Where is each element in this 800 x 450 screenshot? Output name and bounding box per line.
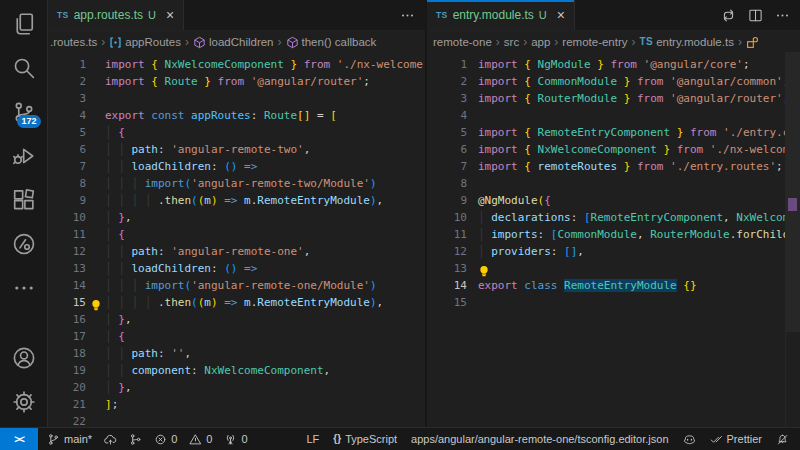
line-number: 13 [427,260,467,277]
code-line[interactable]: 8│ │ │ import('angular-remote-two/Module… [48,175,425,192]
ellipsis-icon[interactable] [400,8,415,23]
activity-item-nx-console[interactable] [0,222,48,266]
status-apps-angular-angular-remote-one-tsconfig-editor-json[interactable]: apps/angular/angular-remote-one/tsconfig… [411,433,668,445]
code-line[interactable]: 22 [48,413,425,428]
code-editor-right[interactable]: 1import { NgModule } from '@angular/core… [427,52,800,428]
lightbulb-icon[interactable] [476,263,491,278]
breadcrumb-item[interactable]: .routes.ts [50,36,97,48]
code-text: │ { [105,124,125,141]
breadcrumb-item[interactable]: then() callback [286,36,377,49]
code-line[interactable]: 8 [427,175,800,192]
code-line[interactable]: 17│ { [48,328,425,345]
status-braces[interactable]: {}TypeScript [333,433,397,445]
radio-tower-icon [224,433,237,446]
code-line[interactable]: 14│ │ │ import('angular-remote-one/Modul… [48,277,425,294]
code-editor-left[interactable]: 1import { NxWelcomeComponent } from './n… [48,52,425,428]
code-line[interactable]: 15 [427,294,800,311]
code-line[interactable]: 12│ │ path: 'angular-remote-one', [48,243,425,260]
code-line[interactable]: 10│ declarations: [RemoteEntryComponent,… [427,209,800,226]
breadcrumb-item[interactable]: src [504,36,519,48]
status-source-control-branch[interactable]: main* [47,433,92,446]
activity-item-ellipsis[interactable] [0,266,48,310]
code-line[interactable]: 6import { NxWelcomeComponent } from './n… [427,141,800,158]
activity-item-search[interactable] [0,46,48,90]
status-radio-tower[interactable]: 0 [224,433,247,446]
breadcrumb-item[interactable]: TSentry.module.ts [640,36,734,48]
tab-entry-module-ts[interactable]: TS entry.module.ts U × [427,0,575,30]
breadcrumb-item[interactable]: remote-one [433,36,492,48]
breadcrumb-item[interactable]: loadChildren [193,36,274,49]
line-number: 4 [427,107,467,124]
status-label: 0 [206,433,212,445]
code-line[interactable]: 11│ { [48,226,425,243]
code-line[interactable]: 3import { RouterModule } from '@angular/… [427,90,800,107]
remote-indicator[interactable]: >< [0,428,38,450]
line-number: 7 [48,158,86,175]
code-line[interactable]: 2import { CommonModule } from '@angular/… [427,73,800,90]
status-cloud-upload[interactable] [104,433,117,446]
activity-item-account[interactable] [0,336,48,380]
code-line[interactable]: 12│ providers: [], [427,243,800,260]
code-line[interactable]: 6│ │ path: 'angular-remote-two', [48,141,425,158]
breadcrumb-item[interactable] [746,36,759,49]
status-error[interactable]: 0 [154,433,177,446]
breadcrumb-item[interactable]: app [531,36,550,48]
code-line[interactable]: 7│ │ loadChildren: () => [48,158,425,175]
minimap-slider[interactable] [786,52,800,332]
code-line[interactable]: 16│ }, [48,311,425,328]
code-line[interactable]: 20│ }, [48,379,425,396]
code-line[interactable]: 2import { Route } from '@angular/router'… [48,73,425,90]
line-number: 10 [427,209,467,226]
code-text: │ imports: [CommonModule, RouterModule.f… [478,226,800,243]
files-icon [12,12,36,36]
status-warning[interactable]: 0 [189,433,212,446]
code-line[interactable]: 5│ { [48,124,425,141]
code-line[interactable]: 9@NgModule({ [427,192,800,209]
line-number: 9 [48,192,86,209]
line-number: 21 [48,396,86,413]
code-line[interactable]: 9│ │ │ │ .then((m) => m.RemoteEntryModul… [48,192,425,209]
code-line[interactable]: 15│ │ │ │ .then((m) => m.RemoteEntryModu… [48,294,425,311]
close-icon[interactable]: × [557,8,565,22]
code-line[interactable]: 10│ }, [48,209,425,226]
breadcrumb-item[interactable]: appRoutes [109,36,181,49]
code-line[interactable]: 19│ │ component: NxWelcomeComponent, [48,362,425,379]
breadcrumb: remote-one›src›app›remote-entry›TSentry.… [427,31,800,53]
code-line[interactable]: 7import { remoteRoutes } from './entry.r… [427,158,800,175]
split-editor-icon[interactable] [748,8,763,23]
ellipsis-icon[interactable] [775,8,790,23]
code-line[interactable]: 4export const appRoutes: Route[] = [ [48,107,425,124]
code-text: export class RemoteEntryModule {} [478,277,697,294]
code-line[interactable]: 21]; [48,396,425,413]
open-changes-icon[interactable] [721,8,736,23]
code-line[interactable]: 3 [48,90,425,107]
status-double-check[interactable]: Prettier [710,433,762,446]
activity-item-run-debug[interactable] [0,134,48,178]
tab-app-routes-ts[interactable]: TS app.routes.ts U × [48,0,184,30]
code-line[interactable]: 5import { RemoteEntryComponent } from '.… [427,124,800,141]
status-copilot[interactable] [683,433,696,446]
line-number: 3 [427,90,467,107]
code-line[interactable]: 1import { NgModule } from '@angular/core… [427,56,800,73]
status-bell-slash[interactable] [776,433,789,446]
activity-item-settings-gear[interactable] [0,380,48,424]
breadcrumb-item[interactable]: remote-entry [562,36,627,48]
code-line[interactable]: 1import { NxWelcomeComponent } from './n… [48,56,425,73]
code-line[interactable]: 11│ imports: [CommonModule, RouterModule… [427,226,800,243]
code-line[interactable]: 18│ │ path: '', [48,345,425,362]
minimap[interactable] [785,52,800,428]
code-line[interactable]: 13│ │ loadChildren: () => [48,260,425,277]
activity-item-source-control[interactable]: 172 [0,90,48,134]
activity-item-files[interactable] [0,2,48,46]
code-text: │ providers: [], [478,243,584,260]
code-line[interactable]: 4 [427,107,800,124]
breadcrumb-label: remote-one [433,36,492,48]
close-icon[interactable]: × [166,8,174,22]
status-git-graph[interactable] [129,433,142,446]
status-label: Prettier [727,433,762,445]
vscode-window: 172 TS app.routes.ts U × .routes.ts›appR… [0,0,800,450]
status-lf[interactable]: LF [306,433,319,445]
code-line[interactable]: 14export class RemoteEntryModule {} [427,277,800,294]
lightbulb-icon[interactable] [88,297,103,312]
activity-item-extensions[interactable] [0,178,48,222]
